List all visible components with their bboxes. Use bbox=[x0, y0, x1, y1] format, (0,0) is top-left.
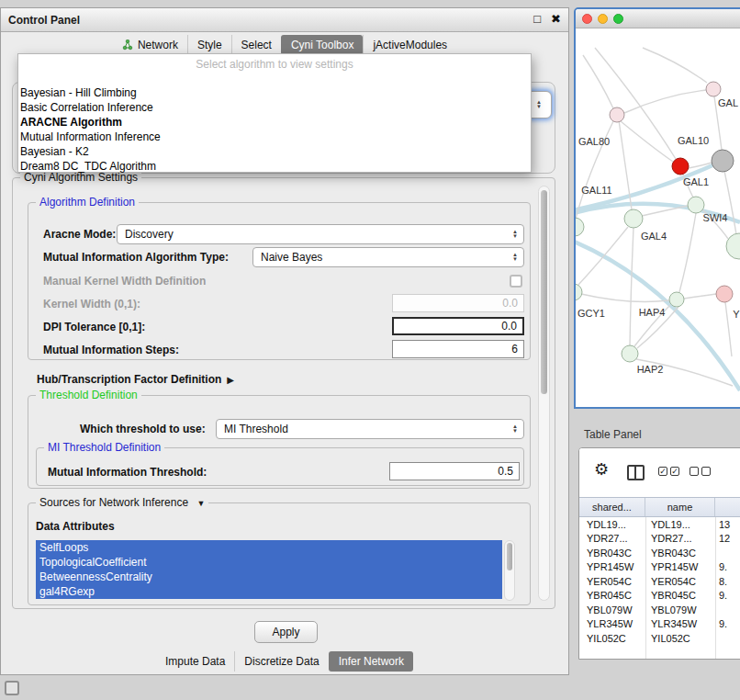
table-cell: YDR27... bbox=[579, 533, 645, 544]
table-row[interactable]: YDL19...YDL19...13 bbox=[579, 517, 740, 532]
tab-infer-network[interactable]: Infer Network bbox=[329, 651, 413, 672]
table-header-row: shared...name bbox=[579, 497, 740, 517]
network-node[interactable] bbox=[726, 233, 740, 259]
dropdown-spacer bbox=[18, 74, 531, 85]
table-row[interactable]: YBR045CYBR045C9. bbox=[579, 589, 740, 604]
tab-style[interactable]: Style bbox=[187, 35, 231, 55]
dpi-tolerance-field[interactable]: 0.0 bbox=[392, 317, 524, 335]
kernel-width-field[interactable]: 0.0 bbox=[392, 294, 524, 312]
attribute-list-item[interactable]: TopologicalCoefficient bbox=[36, 555, 502, 570]
spinner-down-icon: ▼ bbox=[536, 105, 542, 109]
tab-cyni-toolbox[interactable]: Cyni Toolbox bbox=[281, 35, 363, 55]
network-node-label: Y bbox=[733, 309, 740, 320]
which-threshold-combobox[interactable]: MI Threshold ▲▼ bbox=[216, 419, 524, 439]
tab-label: Style bbox=[197, 39, 222, 51]
network-edge[interactable] bbox=[630, 228, 633, 345]
zoom-traffic-light[interactable] bbox=[613, 14, 623, 24]
algorithm-option[interactable]: ARACNE Algorithm bbox=[18, 115, 531, 130]
table-cell: 8. bbox=[715, 576, 740, 587]
tab-network[interactable]: Network bbox=[113, 35, 187, 55]
minimize-traffic-light[interactable] bbox=[598, 14, 608, 24]
hub-definition-expander[interactable]: Hub/Transcription Factor Definition ▶ bbox=[37, 373, 234, 386]
column-header[interactable]: name bbox=[645, 498, 715, 516]
algorithm-option[interactable]: Dream8 DC_TDC Algorithm bbox=[18, 159, 531, 174]
algorithm-option[interactable]: Bayesian - Hill Climbing bbox=[18, 85, 531, 100]
mi-algorithm-type-label: Mutual Information Algorithm Type: bbox=[43, 251, 229, 264]
network-edge[interactable] bbox=[724, 171, 736, 234]
manual-kernel-width-label: Manual Kernel Width Definition bbox=[43, 275, 206, 288]
mi-steps-field[interactable]: 6 bbox=[392, 340, 524, 358]
attribute-list-item[interactable]: gal4RGexp bbox=[36, 584, 502, 599]
float-window-button[interactable]: □ bbox=[533, 12, 541, 26]
network-node[interactable] bbox=[712, 150, 734, 172]
network-tab-icon bbox=[122, 40, 133, 51]
aracne-mode-value: Discovery bbox=[118, 228, 509, 241]
network-edge[interactable] bbox=[583, 55, 613, 108]
network-node[interactable] bbox=[576, 218, 584, 236]
network-edge[interactable] bbox=[684, 294, 716, 299]
network-node-label: GAL10 bbox=[678, 135, 709, 146]
network-edge[interactable] bbox=[725, 302, 732, 356]
combobox-arrows-icon: ▲▼ bbox=[509, 424, 521, 434]
threshold-definition-title: Threshold Definition bbox=[36, 389, 141, 401]
network-edge[interactable] bbox=[643, 48, 707, 83]
network-node[interactable] bbox=[706, 82, 721, 96]
collapsed-panel-icon[interactable] bbox=[5, 681, 19, 695]
apply-button[interactable]: Apply bbox=[254, 621, 318, 643]
mi-algorithm-type-combobox[interactable]: Naive Bayes ▲▼ bbox=[252, 247, 524, 267]
combobox-arrows-icon: ▲▼ bbox=[509, 230, 521, 239]
network-node[interactable] bbox=[576, 284, 582, 300]
attributes-scrollbar[interactable] bbox=[504, 540, 515, 601]
network-edge[interactable] bbox=[679, 213, 696, 292]
table-row[interactable]: YER054CYER054C8. bbox=[579, 574, 740, 589]
table-row[interactable]: YIL052CYIL052C bbox=[579, 631, 740, 646]
aracne-mode-combobox[interactable]: Discovery ▲▼ bbox=[117, 224, 524, 244]
column-header[interactable]: shared... bbox=[579, 498, 645, 516]
column-selector-icon[interactable] bbox=[627, 465, 645, 480]
tab-jactivemodules[interactable]: jActiveModules bbox=[363, 35, 456, 55]
network-node-label: GAL11 bbox=[581, 185, 611, 196]
network-node[interactable] bbox=[672, 158, 689, 175]
cyni-bottom-tabbar: Impute Data Discretize Data Infer Networ… bbox=[1, 650, 568, 672]
settings-scrollbar-thumb[interactable] bbox=[541, 190, 547, 394]
network-node[interactable] bbox=[716, 286, 733, 302]
table-row[interactable]: YDR27...YDR27...12 bbox=[579, 532, 740, 547]
mi-threshold-field[interactable]: 0.5 bbox=[389, 462, 520, 480]
tab-discretize-data[interactable]: Discretize Data bbox=[234, 651, 328, 672]
algorithm-option[interactable]: Basic Correlation Inference bbox=[18, 100, 531, 115]
tab-select[interactable]: Select bbox=[231, 35, 281, 55]
network-window-titlebar bbox=[576, 9, 740, 28]
network-edge[interactable] bbox=[642, 206, 688, 216]
table-cell: YLR345W bbox=[645, 618, 715, 629]
network-node[interactable] bbox=[610, 107, 624, 122]
table-row[interactable]: YPR145WYPR145W9. bbox=[579, 560, 740, 575]
algorithm-option[interactable]: Bayesian - K2 bbox=[18, 144, 531, 159]
attribute-list-item[interactable]: SelfLoops bbox=[36, 540, 502, 555]
table-row[interactable]: YLR345WYLR345W9. bbox=[579, 617, 740, 632]
table-row[interactable]: YBR043CYBR043C bbox=[579, 546, 740, 560]
column-header[interactable] bbox=[715, 498, 740, 516]
attributes-scrollbar-thumb[interactable] bbox=[507, 543, 512, 570]
select-all-checkboxes-icon[interactable]: ✓ ✓ bbox=[658, 467, 679, 476]
sources-group-title[interactable]: Sources for Network Inference ▼ bbox=[36, 496, 208, 509]
close-traffic-light[interactable] bbox=[582, 14, 592, 24]
network-node[interactable] bbox=[688, 197, 704, 213]
control-panel-window: Control Panel □ ✖ Network Style Se bbox=[0, 7, 569, 675]
network-node[interactable] bbox=[669, 292, 684, 307]
network-node[interactable] bbox=[622, 345, 638, 362]
tab-impute-data[interactable]: Impute Data bbox=[156, 651, 234, 672]
network-canvas-svg[interactable]: GAL80GALGAL10GAL11GAL1SWI4GAL4GCY1HAP4YH… bbox=[576, 28, 740, 407]
network-node[interactable] bbox=[624, 209, 643, 228]
attribute-list-item[interactable]: BetweennessCentrality bbox=[36, 570, 502, 584]
table-settings-gear-icon[interactable]: ⚙ bbox=[594, 459, 609, 480]
deselect-all-checkboxes-icon[interactable] bbox=[690, 467, 711, 476]
table-row[interactable]: YBL079WYBL079W bbox=[579, 603, 740, 617]
algorithm-dropdown-placeholder: Select algorithm to view settings bbox=[18, 54, 531, 74]
manual-kernel-width-checkbox[interactable] bbox=[510, 275, 522, 288]
network-node-label: HAP4 bbox=[639, 307, 666, 318]
algorithm-option[interactable]: Mutual Information Inference bbox=[18, 130, 531, 144]
settings-scrollbar[interactable] bbox=[538, 186, 550, 601]
network-edge[interactable] bbox=[581, 294, 669, 301]
table-cell: 9. bbox=[715, 618, 740, 629]
close-window-button[interactable]: ✖ bbox=[551, 12, 561, 26]
